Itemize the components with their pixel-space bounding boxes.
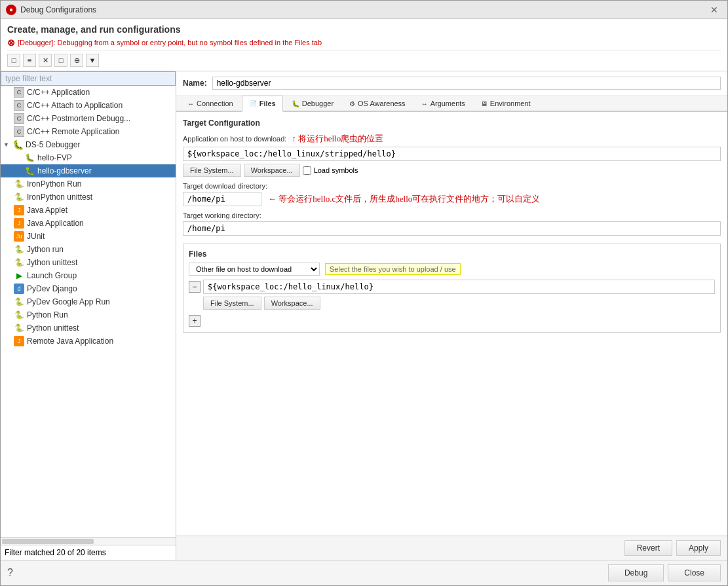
tree-item-cpp-attach[interactable]: C C/C++ Attach to Application: [1, 99, 176, 112]
filter-count: Filter matched 20 of 20 items: [5, 548, 106, 557]
target-working-input[interactable]: [183, 221, 721, 236]
tree-item-pydev-google[interactable]: 🐍 PyDev Google App Run: [1, 295, 176, 308]
bottom-bar: Revert Apply: [176, 536, 727, 560]
files-section: Files Other file on host to download Sel…: [183, 244, 721, 333]
ironpython-run-icon: 🐍: [14, 179, 24, 189]
title-bar-left: ● Debug Configurations: [6, 5, 96, 15]
hello-fvp-icon: 🐛: [24, 153, 35, 163]
tree-item-label: JUnit: [27, 232, 45, 241]
tree-item-label: Java Application: [27, 219, 84, 228]
import-button[interactable]: ⊕: [70, 54, 83, 67]
right-panel: Name: ↔ Connection 📄 Files 🐛 Debugger: [176, 71, 727, 560]
workspace-button-1[interactable]: Workspace...: [244, 164, 300, 177]
tree-item-launch-group[interactable]: ▶ Launch Group: [1, 269, 176, 282]
file-entry-row: −: [189, 280, 715, 294]
tree-item-ironpython-unittest[interactable]: 🐍 IronPython unittest: [1, 191, 176, 204]
target-download-input[interactable]: [183, 192, 261, 206]
load-symbols-checkbox[interactable]: [303, 166, 311, 175]
workspace-button-2[interactable]: Workspace...: [264, 297, 320, 310]
tree-item-label: Java Applet: [27, 206, 67, 215]
filter-input[interactable]: [1, 71, 176, 86]
main-content: C C/C++ Application C C/C++ Attach to Ap…: [1, 71, 727, 560]
help-icon[interactable]: ?: [7, 567, 13, 579]
close-button[interactable]: Close: [668, 564, 721, 581]
debug-configurations-window: ● Debug Configurations ✕ Create, manage,…: [0, 0, 728, 586]
target-download-annotation: ← 等会运行hello.c文件后，所生成hello可在执行文件的地方；可以自定义: [268, 193, 540, 205]
tab-environment[interactable]: 🖥 Environment: [474, 96, 538, 111]
debugger-tab-icon: 🐛: [292, 100, 299, 107]
toolbar-warning: ⊗ [Debugger]: Debugging from a symbol or…: [7, 37, 721, 48]
target-working-area: Target working directory:: [183, 211, 721, 236]
file-entry-input[interactable]: [203, 280, 715, 294]
os-awareness-tab-icon: ⚙: [349, 100, 355, 107]
window-close-button[interactable]: ✕: [706, 3, 722, 16]
files-tab-icon: 📄: [249, 100, 257, 107]
debug-button[interactable]: Debug: [608, 564, 664, 581]
files-section-title: Files: [189, 249, 715, 259]
export-button[interactable]: □: [54, 54, 67, 67]
remove-file-button[interactable]: −: [189, 281, 201, 293]
revert-button[interactable]: Revert: [624, 540, 672, 556]
app-icon: ●: [6, 5, 16, 15]
tab-label: Arguments: [431, 100, 465, 107]
tree-item-cpp-postmortem[interactable]: C C/C++ Postmortem Debugg...: [1, 112, 176, 125]
cpp-postmortem-icon: C: [14, 113, 24, 124]
tab-os-awareness[interactable]: ⚙ OS Awareness: [342, 96, 413, 111]
tree-item-label: C/C++ Remote Application: [27, 127, 119, 136]
title-bar: ● Debug Configurations ✕: [1, 1, 727, 19]
file-type-dropdown[interactable]: Other file on host to download: [189, 263, 320, 276]
tree-item-hello-gdbserver[interactable]: 🐛 hello-gdbserver: [1, 164, 176, 177]
jython-unittest-icon: 🐍: [14, 257, 24, 268]
app-host-input[interactable]: [183, 147, 721, 161]
sidebar-scrollbar-container: [1, 537, 176, 545]
python-unittest-icon: 🐍: [14, 323, 24, 333]
target-download-row: ← 等会运行hello.c文件后，所生成hello可在执行文件的地方；可以自定义: [183, 192, 721, 206]
tree-item-remote-java[interactable]: J Remote Java Application: [1, 335, 176, 348]
app-host-annotation: ↑ 将运行hello爬虫的位置: [292, 133, 383, 145]
tree-item-java-applet[interactable]: J Java Applet: [1, 204, 176, 217]
add-file-button[interactable]: +: [189, 315, 201, 327]
tree-item-cpp-remote[interactable]: C C/C++ Remote Application: [1, 125, 176, 138]
file-system-button-1[interactable]: File System...: [183, 164, 241, 177]
duplicate-button[interactable]: ≡: [23, 54, 36, 67]
sidebar-scrollbar[interactable]: [2, 539, 94, 544]
launch-group-icon: ▶: [14, 270, 24, 281]
cpp-remote-icon: C: [14, 126, 24, 137]
warning-text: [Debugger]: Debugging from a symbol or e…: [18, 39, 322, 46]
tree-item-java-application[interactable]: J Java Application: [1, 217, 176, 230]
java-applet-icon: J: [14, 205, 24, 215]
tree-item-label: Launch Group: [27, 271, 77, 280]
new-config-button[interactable]: □: [7, 54, 20, 67]
name-input[interactable]: [212, 77, 721, 90]
footer-bar: ? Debug Close: [1, 560, 727, 585]
tree-item-label: Remote Java Application: [27, 337, 113, 346]
tab-arguments[interactable]: ↔ Arguments: [414, 96, 472, 111]
tree-item-jython-unittest[interactable]: 🐍 Jython unittest: [1, 256, 176, 269]
tree-item-cpp-app[interactable]: C C/C++ Application: [1, 86, 176, 99]
hello-gdbserver-icon: 🐛: [24, 166, 35, 176]
pydev-django-icon: d: [14, 284, 24, 294]
file-system-button-2[interactable]: File System...: [203, 297, 261, 310]
tree-item-pydev-django[interactable]: d PyDev Django: [1, 282, 176, 295]
tree-item-label: IronPython unittest: [27, 192, 92, 202]
app-host-area: Application on host to download: ↑ 将运行he…: [183, 133, 721, 177]
ironpython-unittest-icon: 🐍: [14, 192, 24, 202]
tab-connection[interactable]: ↔ Connection: [180, 96, 240, 111]
tab-files[interactable]: 📄 Files: [242, 96, 283, 112]
tree-item-hello-fvp[interactable]: 🐛 hello-FVP: [1, 151, 176, 164]
warning-icon: ⊗: [7, 37, 15, 48]
delete-button[interactable]: ✕: [39, 54, 52, 67]
tree-item-label: C/C++ Postmortem Debugg...: [27, 114, 130, 123]
collapse-button[interactable]: ▼: [86, 54, 99, 67]
tree-item-ds5[interactable]: ▼ 🐛 DS-5 Debugger: [1, 138, 176, 151]
tree-item-junit[interactable]: Ju JUnit: [1, 230, 176, 243]
tree-item-python-run[interactable]: 🐍 Python Run: [1, 308, 176, 321]
tree-item-label: C/C++ Attach to Application: [27, 101, 123, 110]
tree-item-ironpython-run[interactable]: 🐍 IronPython Run: [1, 177, 176, 191]
tree-item-jython-run[interactable]: 🐍 Jython run: [1, 243, 176, 256]
apply-button[interactable]: Apply: [676, 540, 721, 556]
tab-debugger[interactable]: 🐛 Debugger: [284, 96, 341, 111]
window-title: Debug Configurations: [20, 5, 96, 14]
tree-item-python-unittest[interactable]: 🐍 Python unittest: [1, 321, 176, 335]
java-application-icon: J: [14, 218, 24, 229]
